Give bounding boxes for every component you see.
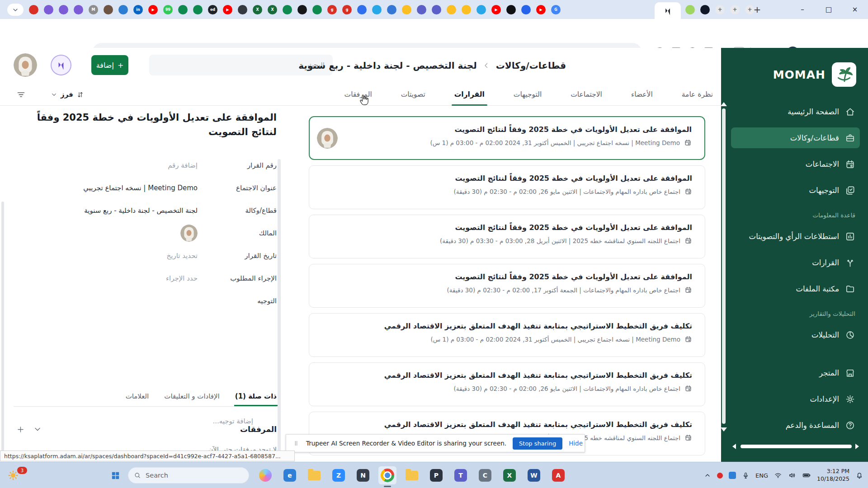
pinned-tab[interactable] <box>74 5 83 14</box>
maximize-button[interactable]: □ <box>816 0 842 19</box>
taskbar-app-copilot[interactable] <box>256 466 274 484</box>
filter-button[interactable] <box>16 83 26 106</box>
taskbar-app-zoom[interactable]: Z <box>330 466 348 484</box>
pinned-tab[interactable]: in <box>133 5 143 14</box>
pinned-tab[interactable]: + <box>715 5 725 14</box>
panel-tab[interactable]: ذات صلة (1) <box>235 386 277 406</box>
sidebar-item-calendar[interactable]: الاجتماعات <box>731 154 860 174</box>
tab-تصويتات[interactable]: تصويتات <box>401 83 425 106</box>
tray-app-icon[interactable] <box>729 472 736 479</box>
directive-placeholder[interactable]: إضافة توجيه... <box>212 417 253 425</box>
pinned-tab[interactable] <box>312 5 322 14</box>
pinned-tab[interactable] <box>178 5 188 14</box>
field-value[interactable]: حدد الإجراء <box>0 274 198 282</box>
notifications-icon[interactable] <box>855 471 863 479</box>
pinned-tab[interactable] <box>506 5 516 14</box>
decision-card[interactable]: الموافقة على تعديل الأولويات في خطة 2025… <box>309 116 705 160</box>
pinned-tab[interactable] <box>44 5 53 14</box>
minimize-button[interactable]: – <box>789 0 816 19</box>
pinned-tab[interactable] <box>59 5 68 14</box>
pinned-tab[interactable] <box>402 5 411 14</box>
sidebar-item-pie[interactable]: التحليلات <box>731 324 860 345</box>
sidebar-item-poll[interactable]: استطلاعات الرأي والتصويتات <box>731 226 860 247</box>
pinned-tab[interactable] <box>297 5 307 14</box>
field-value[interactable]: لجنة التخصيص - لجنة داخلية - ربع سنوية <box>0 206 198 215</box>
language-indicator[interactable]: ENG <box>755 472 768 479</box>
pinned-tab[interactable]: ▶ <box>536 5 546 14</box>
new-tab-button[interactable]: + <box>751 4 763 15</box>
pinned-tab[interactable]: ▶ <box>491 5 501 14</box>
pinned-tab[interactable] <box>238 5 247 14</box>
tab-search-button[interactable] <box>7 4 24 16</box>
panel-tab[interactable]: الإفادات و التعليقات <box>164 386 219 406</box>
battery-icon[interactable] <box>802 471 811 480</box>
start-button[interactable] <box>110 470 121 481</box>
pinned-tab[interactable]: X <box>268 5 277 14</box>
taskbar-app-edge[interactable]: e <box>281 466 299 484</box>
vertical-scrollbar[interactable] <box>722 108 726 424</box>
pinned-tab[interactable]: g <box>342 5 352 14</box>
pinned-tab[interactable]: ▶ <box>223 5 232 14</box>
pinned-tab[interactable] <box>417 5 426 14</box>
wifi-icon[interactable] <box>774 471 782 479</box>
taskbar-app-phone[interactable]: P <box>427 466 445 484</box>
sidebar-item-briefcase[interactable]: قطاعات/وكالات <box>731 127 860 148</box>
decision-card[interactable]: الموافقة على تعديل الأولويات في خطة 2025… <box>309 165 705 209</box>
pinned-tab[interactable] <box>104 5 113 14</box>
field-value[interactable]: تحديد تاريخ <box>0 252 198 260</box>
scroll-up-arrow[interactable] <box>721 102 727 106</box>
sidebar-item-store[interactable]: المتجر <box>731 362 860 383</box>
adam-ai-logo[interactable] <box>51 55 71 75</box>
pinned-tab[interactable]: G <box>551 5 561 14</box>
volume-icon[interactable] <box>788 471 796 479</box>
pinned-tab[interactable] <box>476 5 486 14</box>
hidden-icons-chevron[interactable] <box>704 472 711 479</box>
add-button[interactable]: + إضافة <box>91 55 128 75</box>
pinned-tab[interactable]: X <box>253 5 262 14</box>
pinned-tab[interactable]: + <box>730 5 740 14</box>
tab-نظرة عامة[interactable]: نظرة عامة <box>682 83 713 106</box>
pinned-tab[interactable]: g <box>327 5 337 14</box>
decision-card[interactable]: الموافقة على تعديل الأولويات في خطة 2025… <box>309 215 705 258</box>
hide-share-bar-link[interactable]: Hide <box>569 440 583 447</box>
sidebar-item-gear[interactable]: الإعدادات <box>731 389 860 409</box>
sidebar-item-decision[interactable]: القرارات <box>731 252 860 273</box>
pinned-tab[interactable] <box>462 5 471 14</box>
drag-grip-icon[interactable] <box>292 440 300 447</box>
decision-card[interactable]: تكليف فريق التخطيط الاستراتيجي بمتابعة ت… <box>309 313 705 357</box>
recording-tray-icon[interactable] <box>717 473 723 479</box>
pinned-tab[interactable] <box>118 5 128 14</box>
taskbar-app-camera[interactable]: C <box>476 466 494 484</box>
pinned-tab[interactable] <box>685 5 695 14</box>
collapse-chevron-icon[interactable] <box>33 425 42 434</box>
close-button[interactable]: × <box>842 0 868 19</box>
pinned-tab[interactable]: M <box>89 5 98 14</box>
scroll-right-arrow[interactable] <box>855 444 859 449</box>
field-value[interactable]: Meeting Demo | نسخه اجتماع تجريبي <box>0 184 198 192</box>
sidebar-item-directives[interactable]: التوجيهات <box>731 180 860 201</box>
taskbar-app-notepad[interactable]: N <box>354 466 372 484</box>
pinned-tab[interactable] <box>283 5 292 14</box>
pinned-tab[interactable] <box>193 5 203 14</box>
tab-الأعضاء[interactable]: الأعضاء <box>631 83 653 106</box>
tab-القرارات[interactable]: القرارات <box>454 83 485 106</box>
pinned-tab[interactable] <box>372 5 382 14</box>
pinned-tab[interactable] <box>357 5 367 14</box>
decision-card[interactable]: الموافقة على تعديل الأولويات في خطة 2025… <box>309 264 705 308</box>
pinned-tab[interactable] <box>700 5 710 14</box>
tab-الاجتماعات[interactable]: الاجتماعات <box>571 83 602 106</box>
taskbar-app-excel[interactable]: X <box>500 466 519 484</box>
sort-control[interactable]: فرز <box>51 83 84 106</box>
widgets-button[interactable]: 3 <box>7 462 19 488</box>
user-avatar[interactable] <box>14 53 37 77</box>
microphone-icon[interactable] <box>742 472 750 479</box>
sidebar-item-home[interactable]: الصفحة الرئيسية <box>731 101 860 122</box>
taskbar-app-files[interactable] <box>403 466 421 484</box>
pinned-tab[interactable] <box>521 5 531 14</box>
sidebar-item-help[interactable]: المساعدة والدعم <box>731 415 860 436</box>
pinned-tab[interactable] <box>387 5 396 14</box>
clock[interactable]: 3:12 PM 10/18/2025 <box>817 468 849 483</box>
pinned-tab[interactable]: ed <box>208 5 217 14</box>
add-attachment-icon[interactable] <box>16 425 25 434</box>
taskbar-app-chrome[interactable] <box>378 466 396 484</box>
